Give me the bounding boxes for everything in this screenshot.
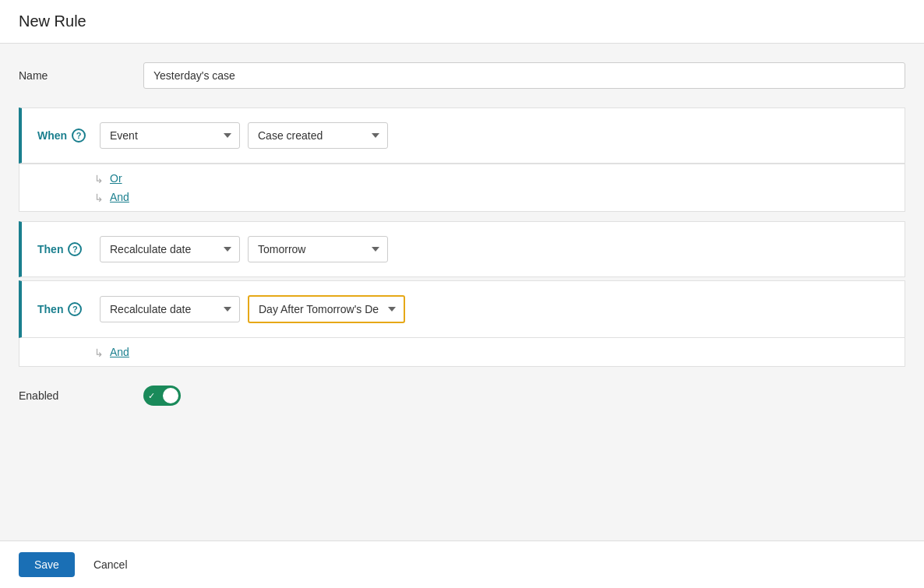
toggle-check-icon: ✓ <box>148 391 155 401</box>
then-value-dropdown-1[interactable]: Tomorrow Today Yesterday <box>248 236 388 262</box>
then-action-dropdown-2[interactable]: Recalculate date Send email Update field <box>100 296 240 322</box>
then-section-1: Then ? Recalculate date Send email Updat… <box>19 221 905 277</box>
inner-connectors-when: Or And <box>19 164 905 211</box>
name-row: Name <box>19 62 905 89</box>
page-footer: Save Cancel <box>0 540 924 588</box>
then-row-1: Then ? Recalculate date Send email Updat… <box>22 222 905 276</box>
when-value-dropdown[interactable]: Case created Case updated Case closed <box>248 122 388 149</box>
inner-connectors-then: And <box>19 338 905 366</box>
when-row: When ? Event Time Field Change Case crea… <box>22 108 905 163</box>
then-action-dropdown-1[interactable]: Recalculate date Send email Update field <box>100 236 240 262</box>
then-dropdowns-2: Recalculate date Send email Update field… <box>100 295 405 323</box>
save-button[interactable]: Save <box>19 552 75 577</box>
page-title: New Rule <box>19 12 905 30</box>
then-and-link[interactable]: And <box>110 346 129 358</box>
then-section-2: Then ? Recalculate date Send email Updat… <box>19 280 905 338</box>
toggle-knob <box>163 388 178 403</box>
then-and-connector-wrapper: And <box>94 346 889 358</box>
when-label-group: When ? <box>37 129 100 143</box>
enabled-row: Enabled ✓ <box>19 367 905 418</box>
when-connectors: Or And <box>19 164 905 212</box>
then-dropdowns-1: Recalculate date Send email Update field… <box>100 236 388 262</box>
then-and-arrow-icon <box>94 347 107 357</box>
then-help-icon-2[interactable]: ? <box>68 302 82 316</box>
when-event-dropdown[interactable]: Event Time Field Change <box>100 122 240 149</box>
name-input[interactable] <box>143 62 905 89</box>
page-header: New Rule <box>0 0 924 44</box>
then-row-2: Then ? Recalculate date Send email Updat… <box>22 281 905 337</box>
toggle-wrapper: ✓ <box>143 386 181 406</box>
when-section: When ? Event Time Field Change Case crea… <box>19 107 905 164</box>
and-arrow-icon <box>94 192 107 202</box>
cancel-button[interactable]: Cancel <box>84 552 137 577</box>
main-content: Name When ? Event Time Field Change Case… <box>0 44 924 540</box>
enabled-label: Enabled <box>19 389 143 402</box>
name-label: Name <box>19 69 143 82</box>
then-label-1: Then <box>37 243 63 255</box>
when-help-icon[interactable]: ? <box>72 129 86 143</box>
and-link[interactable]: And <box>110 191 129 203</box>
page-wrapper: New Rule Name When ? Event Time Field Ch… <box>0 0 924 588</box>
or-arrow-icon <box>94 173 107 184</box>
or-link[interactable]: Or <box>110 172 122 185</box>
then-connectors: And <box>19 338 905 367</box>
and-connector-wrapper: And <box>94 191 889 203</box>
then-label-group-1: Then ? <box>37 242 100 256</box>
when-label: When <box>37 129 67 142</box>
when-dropdowns: Event Time Field Change Case created Cas… <box>100 122 388 149</box>
then-help-icon-1[interactable]: ? <box>68 242 82 256</box>
then-value-dropdown-2[interactable]: Day After Tomorrow's De Tomorrow Today <box>248 295 405 323</box>
enabled-toggle[interactable]: ✓ <box>143 386 181 406</box>
then-label-2: Then <box>37 303 63 315</box>
then-label-group-2: Then ? <box>37 302 100 316</box>
or-connector-wrapper: Or <box>94 172 889 185</box>
